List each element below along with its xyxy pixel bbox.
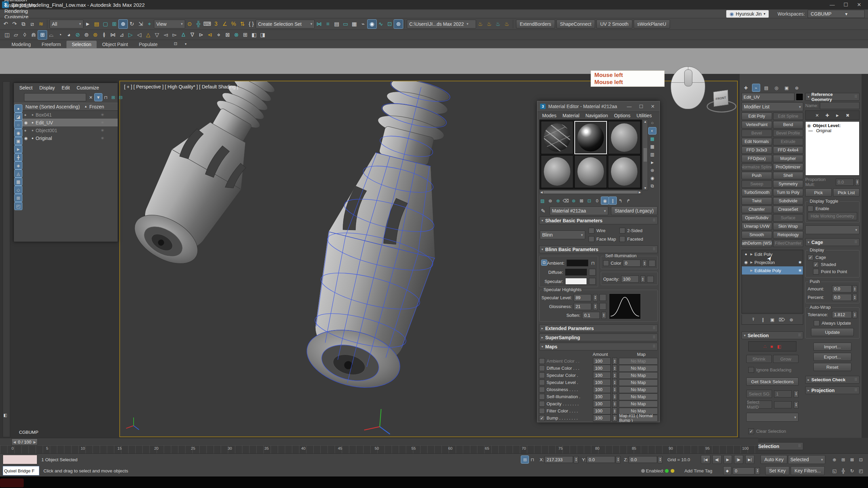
map-amount-field[interactable]: 100 xyxy=(593,372,611,379)
rollout-maps[interactable]: ▾Maps⠿ xyxy=(539,343,658,350)
specular-map-shortcut[interactable] xyxy=(589,278,596,285)
export-button[interactable]: Export... xyxy=(813,353,851,361)
sample-type-icon[interactable]: ○ xyxy=(649,120,656,126)
video-color-check-icon[interactable]: ▥ xyxy=(649,151,656,158)
select-and-place-icon[interactable]: ⌖ xyxy=(145,20,154,28)
sample-tiling-icon[interactable]: ▦ xyxy=(649,143,656,150)
push-amount-spinner[interactable]: ▲▼ xyxy=(852,285,857,292)
map-amount-field[interactable]: 100 xyxy=(593,386,611,393)
modifier-button[interactable]: Surface xyxy=(773,214,804,222)
custom-tool-icon[interactable]: ◁ xyxy=(135,30,144,39)
modifier-button[interactable]: Normalize Spline xyxy=(742,163,772,171)
map-amount-field[interactable]: 100 xyxy=(593,358,611,365)
custom-tool-icon[interactable]: ◕ xyxy=(64,30,73,39)
map-slot-button[interactable]: No Map xyxy=(619,393,658,400)
next-frame-arrow[interactable]: ▶ xyxy=(33,440,36,444)
custom-tool-icon[interactable]: ⋄ xyxy=(214,30,223,39)
custom-tool-icon[interactable]: ▷ xyxy=(126,30,135,39)
save-material-icon[interactable]: ⊡ xyxy=(586,197,593,204)
viewport-label[interactable]: [ + ] [ Perspective ] [ High Quality* ] … xyxy=(124,84,238,89)
ribbon-mini-icon[interactable]: ⊡ xyxy=(171,39,180,48)
frozen-column-header[interactable]: Frozen xyxy=(89,104,104,109)
custom-tool-icon[interactable]: ◅ xyxy=(161,30,170,39)
material-editor-menu-item[interactable]: Utilities xyxy=(634,113,654,118)
selection-filter-dropdown[interactable]: All▾ xyxy=(50,20,83,28)
redo-icon[interactable]: ↷ xyxy=(10,20,19,28)
modifier-button[interactable]: Bend xyxy=(773,121,804,128)
custom-tool-icon[interactable]: ⊿ xyxy=(117,30,126,39)
tolerance-spinner[interactable]: ▲▼ xyxy=(852,311,857,318)
current-frame-field[interactable]: 0 xyxy=(733,467,754,474)
zoom-extents-all-icon[interactable]: ⊡ xyxy=(857,456,865,463)
x-coordinate-field[interactable]: 217.233 xyxy=(545,456,573,463)
show-end-result-icon[interactable]: ∥ xyxy=(759,316,767,323)
custom-tool-icon[interactable]: ◔ xyxy=(56,30,64,39)
shaded-checkbox[interactable]: ✓ xyxy=(813,262,819,267)
modifier-button[interactable]: Fillet/Chamfer xyxy=(773,240,804,247)
maximize-button[interactable]: ☐ xyxy=(639,104,644,109)
pick-list-button[interactable]: Pick List xyxy=(833,188,860,197)
add-ref-icon[interactable]: ✚ xyxy=(824,111,831,119)
render-setup-icon[interactable]: ∿ xyxy=(376,20,385,28)
percent-snap-icon[interactable]: % xyxy=(229,20,238,28)
motion-tab-icon[interactable]: ◎ xyxy=(773,84,780,92)
rollout-supersampling[interactable]: ▸SuperSampling⠿ xyxy=(539,333,658,341)
push-amount-field[interactable]: 0.0 xyxy=(832,285,852,292)
select-matid-button[interactable]: Select MatID xyxy=(746,401,772,409)
ribbon-collapse-icon[interactable]: ▾ xyxy=(181,39,190,48)
custom-tool-icon[interactable]: ⌓ xyxy=(47,30,56,39)
set-key-button[interactable]: Set Key xyxy=(765,466,789,475)
map-amount-spinner[interactable]: ▲▼ xyxy=(612,407,617,414)
ribbon-tab[interactable]: Object Paint xyxy=(97,41,133,48)
auto-key-button[interactable]: Auto Key xyxy=(761,455,787,464)
menu-item[interactable]: Rendering xyxy=(0,8,40,14)
curve-editor-icon[interactable]: ▦ xyxy=(350,20,359,28)
filter-all-icon[interactable]: ● xyxy=(15,105,22,112)
maximize-viewport-icon[interactable]: ◰ xyxy=(857,467,865,474)
diffuse-map-shortcut[interactable] xyxy=(589,269,596,276)
selfillum-spinner[interactable]: ▲▼ xyxy=(642,260,647,267)
background-icon[interactable]: ▩ xyxy=(649,136,656,142)
expand-icon[interactable]: ▶ xyxy=(750,261,753,264)
edit-named-sets-icon[interactable]: { } xyxy=(247,20,256,28)
filter-shapes-icon[interactable]: ○ xyxy=(15,121,22,128)
material-editor-titlebar[interactable]: 3 Material Editor - Material #212aa — ☐ … xyxy=(537,101,659,112)
select-by-material-icon[interactable]: ◉ xyxy=(649,175,656,181)
scene-object-row[interactable]: ● ● Box041 ✳ xyxy=(14,111,118,119)
reference-item[interactable]: Original xyxy=(816,128,831,133)
previous-frame-arrow[interactable]: ◀ xyxy=(13,440,16,444)
map-amount-spinner[interactable]: ▲▼ xyxy=(612,358,617,365)
use-pivot-center-icon[interactable]: ⊙ xyxy=(185,20,194,28)
custom-tool-icon[interactable]: ◫ xyxy=(3,30,12,39)
modifier-button[interactable]: Edit Normals xyxy=(742,138,772,145)
named-selection-sets-dropdown[interactable]: Create Selection Set▾ xyxy=(256,20,315,28)
material-editor-menu-item[interactable]: Options xyxy=(611,113,633,118)
key-filters-button[interactable]: Key Filters... xyxy=(791,466,825,475)
rollout-cage[interactable]: ▾Cage⠿ xyxy=(805,238,860,246)
map-slot-button[interactable]: No Map xyxy=(619,358,658,365)
filter-spacewarps-icon[interactable]: ╋ xyxy=(15,154,22,161)
explorer-menu-item[interactable]: Edit xyxy=(59,84,73,91)
utilities-tab-icon[interactable]: ⊛ xyxy=(793,84,801,92)
clear-ref-icon[interactable]: ✖ xyxy=(844,111,851,119)
modifier-stack-row[interactable]: ● ▶ Edit Poly xyxy=(742,250,803,258)
unlink-selection-icon[interactable]: ⧄ xyxy=(28,20,37,28)
custom-tool-icon[interactable]: ⋒ xyxy=(29,30,38,39)
custom-tool-icon[interactable]: ◊ xyxy=(20,30,29,39)
pick-button[interactable]: Pick xyxy=(805,188,832,197)
modifier-button[interactable]: Extrude xyxy=(773,138,804,145)
filter-helpers-icon[interactable]: ► xyxy=(15,145,22,153)
map-enable-checkbox[interactable] xyxy=(539,365,545,371)
name-column-header[interactable]: Name (Sorted Ascending) xyxy=(25,104,80,109)
visibility-icon[interactable]: ◉ xyxy=(24,120,29,125)
custom-tool-icon[interactable]: ⊲ xyxy=(205,30,214,39)
rectangular-selection-region-icon[interactable]: ▢ xyxy=(101,20,110,28)
minimize-button[interactable]: — xyxy=(627,104,632,109)
modifier-button[interactable]: PathDeform (WSM xyxy=(742,240,772,247)
glossiness-map-shortcut[interactable] xyxy=(599,303,606,310)
map-amount-field[interactable]: 100 xyxy=(593,422,611,422)
push-percent-spinner[interactable]: ▲▼ xyxy=(852,294,857,301)
custom-tool-icon[interactable]: △ xyxy=(144,30,153,39)
custom-script-button[interactable]: sWorkPlaneU xyxy=(634,20,670,28)
select-object-icon[interactable]: ► xyxy=(83,20,92,28)
